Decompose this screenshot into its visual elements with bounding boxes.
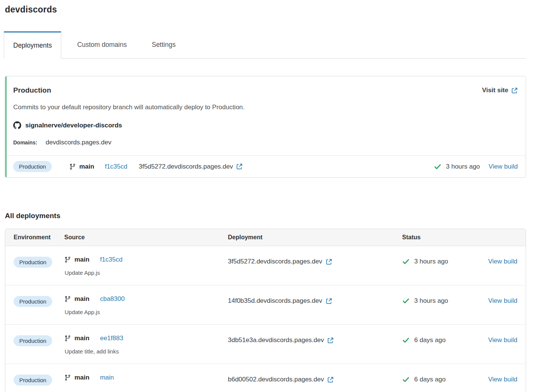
deployment-url-text: b6d00502.devdiscords.pages.dev	[228, 376, 324, 383]
production-description: Commits to your default repository branc…	[13, 104, 518, 111]
git-branch-icon	[69, 163, 76, 170]
status-time: 3 hours ago	[414, 258, 448, 265]
visit-site-link[interactable]: Visit site	[482, 87, 518, 94]
commit-message: Update title, add links	[65, 348, 228, 355]
visit-site-label: Visit site	[482, 87, 508, 94]
col-source: Source	[64, 234, 228, 241]
deployment-url-text: 14f0b35d.devdiscords.pages.dev	[228, 297, 322, 305]
git-branch-icon	[64, 335, 71, 342]
col-deployment: Deployment	[228, 234, 402, 241]
commit-message: Update App.js	[65, 309, 228, 315]
commit-link[interactable]: f1c35cd	[100, 256, 123, 263]
success-check-icon	[402, 258, 410, 265]
production-card: Production Visit site Commits to your de…	[5, 76, 526, 178]
production-deployment-row: Production main f1c35cd 3f5d5272.devdisc…	[7, 155, 526, 177]
view-build-link[interactable]: View build	[488, 258, 517, 265]
branch-name: main	[74, 374, 90, 381]
tab-settings[interactable]: Settings	[142, 31, 184, 58]
deployment-url-text: 3db51e3a.devdiscords.pages.dev	[228, 336, 324, 344]
external-link-icon[interactable]	[236, 163, 243, 170]
page-root: devdiscords Deployments Custom domains S…	[0, 0, 534, 392]
deployments-table: Environment Source Deployment Status Pro…	[5, 229, 526, 392]
git-branch-icon	[64, 256, 71, 263]
success-check-icon	[402, 336, 410, 344]
external-link-icon[interactable]	[327, 337, 334, 344]
branch-name: main	[74, 295, 90, 303]
branch-name: main	[74, 335, 90, 342]
table-row: Production main ee1f883 Update title, ad…	[5, 324, 526, 364]
environment-badge: Production	[14, 335, 52, 346]
deployment-url: 3f5d5272.devdiscords.pages.dev	[228, 258, 332, 265]
commit-link[interactable]: f1c35cd	[105, 163, 127, 170]
tab-bar: Deployments Custom domains Settings	[4, 31, 526, 59]
col-status: Status	[402, 234, 485, 241]
domains-label: Domains:	[13, 139, 37, 146]
deployment-url-text: 3f5d5272.devdiscords.pages.dev	[139, 163, 233, 170]
page-title: devdiscords	[5, 5, 526, 15]
external-link-icon[interactable]	[327, 377, 334, 383]
status-time: 6 days ago	[414, 336, 446, 344]
external-link-icon[interactable]	[326, 259, 332, 265]
commit-link[interactable]: main	[100, 374, 114, 381]
environment-badge: Production	[14, 375, 52, 386]
github-icon	[13, 121, 21, 129]
deployment-url: 3db51e3a.devdiscords.pages.dev	[228, 336, 334, 344]
external-link-icon	[511, 87, 518, 94]
success-check-icon	[434, 163, 441, 170]
deployment-url-text: 3f5d5272.devdiscords.pages.dev	[228, 258, 322, 265]
commit-link[interactable]: cba8300	[100, 295, 125, 303]
domains-value: devdiscords.pages.dev	[46, 139, 111, 146]
status-time: 6 days ago	[414, 376, 446, 383]
environment-badge: Production	[13, 161, 52, 172]
git-branch-icon	[64, 296, 71, 302]
view-build-link[interactable]: View build	[488, 376, 517, 383]
source-group: main f1c35cd	[69, 163, 127, 170]
external-link-icon[interactable]	[326, 298, 332, 304]
environment-badge: Production	[14, 257, 52, 268]
table-row: Production main cba8300 Update App.js 14…	[5, 285, 526, 324]
col-environment: Environment	[14, 234, 64, 241]
branch-name: main	[79, 163, 94, 170]
branch-name: main	[74, 256, 90, 263]
tab-custom-domains[interactable]: Custom domains	[68, 31, 136, 58]
deployment-url: 14f0b35d.devdiscords.pages.dev	[228, 297, 332, 305]
table-row: Production main main b6d00502.devdiscord…	[5, 364, 526, 392]
deployment-url: 3f5d5272.devdiscords.pages.dev	[139, 163, 243, 170]
table-header: Environment Source Deployment Status	[5, 229, 526, 246]
commit-message: Update App.js	[65, 270, 228, 276]
view-build-link[interactable]: View build	[489, 163, 518, 170]
table-row: Production main f1c35cd Update App.js 3f…	[5, 246, 526, 285]
production-card-title: Production	[13, 86, 51, 95]
success-check-icon	[402, 376, 410, 383]
view-build-link[interactable]: View build	[488, 336, 517, 344]
domains-line: Domains: devdiscords.pages.dev	[13, 139, 518, 146]
deployment-url: b6d00502.devdiscords.pages.dev	[228, 376, 334, 383]
commit-link[interactable]: ee1f883	[100, 335, 123, 342]
environment-badge: Production	[14, 296, 52, 307]
all-deployments-heading: All deployments	[5, 212, 526, 220]
status-time: 3 hours ago	[414, 297, 448, 305]
git-branch-icon	[64, 374, 71, 381]
success-check-icon	[402, 297, 410, 305]
status-group: 3 hours ago	[434, 163, 480, 170]
status-time: 3 hours ago	[446, 163, 480, 170]
repo-link[interactable]: signalnerve/developer-discords	[13, 121, 518, 129]
repo-name: signalnerve/developer-discords	[25, 122, 122, 129]
view-build-link[interactable]: View build	[488, 297, 517, 304]
tab-deployments[interactable]: Deployments	[4, 31, 61, 59]
